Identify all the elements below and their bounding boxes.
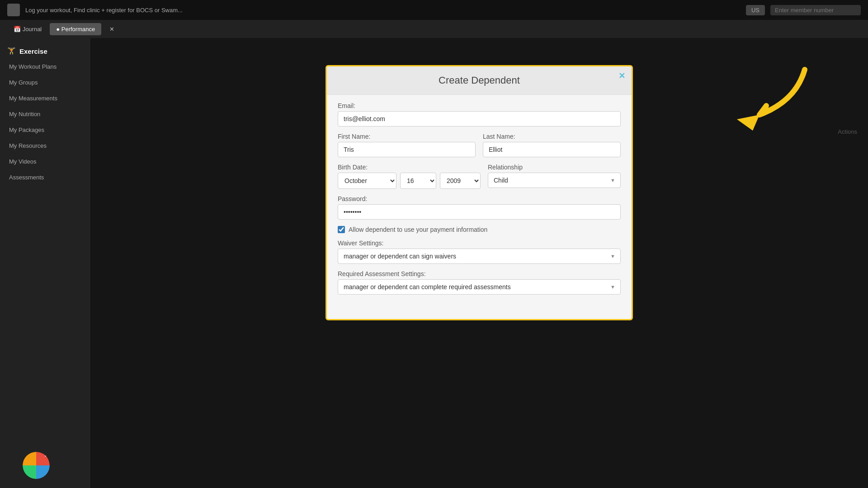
relationship-col: Relationship Child Spouse Parent Other [488, 164, 621, 195]
last-name-col: Last Name: [483, 133, 621, 164]
subnav-item-journal[interactable]: 📅 Journal [7, 23, 48, 35]
password-input[interactable] [338, 204, 621, 220]
modal-title: Create Dependent [439, 75, 520, 86]
password-label: Password: [338, 195, 621, 202]
main-content: Actions Create Dependent ✕ Email: Fir [90, 38, 868, 488]
payment-checkbox-row: Allow dependent to use your payment info… [338, 226, 621, 233]
svg-marker-0 [737, 115, 760, 131]
sidebar-item-resources[interactable]: My Resources [0, 138, 90, 154]
modal-body: Email: First Name: Last Name: [327, 95, 632, 308]
subnav-close[interactable]: ✕ [103, 23, 121, 35]
name-row: First Name: Last Name: [338, 133, 621, 164]
assessment-label: Required Assessment Settings: [338, 270, 621, 277]
birth-month-select[interactable]: October JanuaryFebruaryMarch AprilMayJun… [338, 173, 396, 189]
sidebar: 🏋 Exercise My Workout Plans My Groups My… [0, 38, 90, 488]
top-bar: Log your workout, Find clinic + register… [0, 0, 868, 20]
calendar-icon: 📅 [14, 26, 21, 33]
sidebar-item-assessments[interactable]: Assessments [0, 169, 90, 185]
waiver-group: Waiver Settings: manager or dependent ca… [338, 239, 621, 264]
first-name-group: First Name: [338, 133, 476, 157]
arrow-annotation [723, 65, 814, 137]
sidebar-title: 🏋 Exercise [0, 43, 90, 59]
first-name-input[interactable] [338, 142, 476, 157]
sidebar-item-measurements[interactable]: My Measurements [0, 90, 90, 106]
date-row: October JanuaryFebruaryMarch AprilMayJun… [338, 173, 481, 189]
sidebar-item-videos[interactable]: My Videos [0, 154, 90, 169]
breadcrumb-text: Log your workout, Find clinic + register… [25, 7, 183, 14]
email-label: Email: [338, 102, 621, 109]
modal-overlay: Create Dependent ✕ Email: First Name: [90, 38, 868, 488]
assessment-select-wrapper: manager or dependent can complete requir… [338, 279, 621, 295]
subnav-item-performance[interactable]: ● Performance [50, 23, 101, 35]
sidebar-item-workout-plans[interactable]: My Workout Plans [0, 59, 90, 75]
sub-nav: 📅 Journal ● Performance ✕ [0, 20, 868, 38]
password-group: Password: [338, 195, 621, 220]
assessment-group: Required Assessment Settings: manager or… [338, 270, 621, 295]
last-name-input[interactable] [483, 142, 621, 157]
email-group: Email: [338, 102, 621, 127]
birth-relationship-row: Birth Date: October JanuaryFebruaryMarch… [338, 164, 621, 195]
birth-date-group: Birth Date: October JanuaryFebruaryMarch… [338, 164, 481, 189]
payment-checkbox[interactable] [338, 226, 345, 233]
top-bar-right: US [746, 5, 861, 15]
birth-year-select[interactable]: 2009 201520142013 201220112010 200820072… [440, 173, 481, 189]
relationship-select-wrapper: Child Spouse Parent Other [488, 173, 621, 188]
last-name-group: Last Name: [483, 133, 621, 157]
notification-badge[interactable]: 19 [23, 452, 50, 479]
waiver-label: Waiver Settings: [338, 239, 621, 247]
last-name-label: Last Name: [483, 133, 621, 140]
modal-header: Create Dependent ✕ [327, 66, 632, 95]
member-number-input[interactable] [770, 5, 861, 15]
sidebar-icon: 🏋 [7, 47, 16, 55]
create-dependent-modal: Create Dependent ✕ Email: First Name: [326, 65, 633, 320]
sidebar-item-packages[interactable]: My Packages [0, 122, 90, 138]
relationship-select[interactable]: Child Spouse Parent Other [488, 173, 621, 188]
sidebar-item-groups[interactable]: My Groups [0, 75, 90, 90]
birth-day-select[interactable]: 16 1234 5678 9101112 131415 17181920 212… [400, 173, 436, 189]
relationship-group: Relationship Child Spouse Parent Other [488, 164, 621, 188]
language-btn[interactable]: US [746, 5, 765, 15]
waiver-select[interactable]: manager or dependent can sign waivers ma… [338, 249, 621, 264]
email-input[interactable] [338, 111, 621, 127]
first-name-label: First Name: [338, 133, 476, 140]
waiver-select-wrapper: manager or dependent can sign waivers ma… [338, 249, 621, 264]
relationship-label: Relationship [488, 164, 621, 171]
birth-date-label: Birth Date: [338, 164, 481, 171]
first-name-col: First Name: [338, 133, 476, 164]
assessment-select[interactable]: manager or dependent can complete requir… [338, 279, 621, 295]
modal-close-button[interactable]: ✕ [618, 71, 625, 81]
sidebar-item-nutrition[interactable]: My Nutrition [0, 106, 90, 122]
payment-checkbox-label[interactable]: Allow dependent to use your payment info… [349, 226, 487, 233]
app-logo [7, 4, 20, 16]
birth-date-col: Birth Date: October JanuaryFebruaryMarch… [338, 164, 481, 195]
performance-icon: ● [56, 26, 60, 33]
